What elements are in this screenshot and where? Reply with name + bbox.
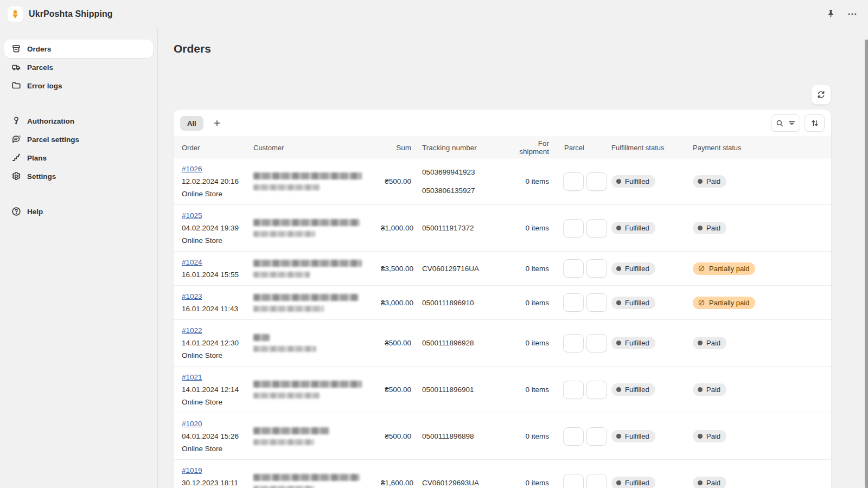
filter-icon bbox=[788, 119, 796, 127]
app-logo[interactable] bbox=[8, 7, 23, 22]
expand-customer-button[interactable] bbox=[368, 301, 370, 304]
create-parcel-button[interactable] bbox=[586, 334, 607, 352]
expand-customer-button[interactable] bbox=[368, 482, 370, 484]
tracking-number: 0500111896898 bbox=[422, 431, 517, 442]
order-link[interactable]: #1021 bbox=[182, 373, 202, 381]
expand-customer-button[interactable] bbox=[368, 435, 370, 438]
more-menu-icon[interactable] bbox=[847, 9, 857, 19]
payment-status-label: Partially paid bbox=[709, 265, 749, 273]
expand-customer-button[interactable] bbox=[368, 181, 370, 183]
sidebar-item-label: Error logs bbox=[27, 82, 62, 90]
customer-cell bbox=[252, 376, 358, 403]
order-link[interactable]: #1022 bbox=[182, 326, 202, 335]
print-button[interactable] bbox=[563, 474, 584, 488]
fulfillment-status-label: Fulfilled bbox=[625, 265, 649, 273]
order-link[interactable]: #1020 bbox=[182, 420, 202, 428]
status-dot-icon bbox=[698, 387, 703, 392]
fulfillment-status-badge: Fulfilled bbox=[611, 477, 655, 488]
payment-cell: Paid bbox=[686, 426, 831, 447]
order-channel: Online Store bbox=[182, 188, 251, 200]
print-button[interactable] bbox=[563, 259, 584, 278]
sort-button[interactable] bbox=[805, 114, 825, 132]
add-view-button[interactable] bbox=[209, 115, 225, 131]
order-link[interactable]: #1019 bbox=[182, 466, 202, 474]
sidebar-item-authorization[interactable]: Authorization bbox=[4, 112, 153, 130]
partially-paid-icon bbox=[698, 265, 705, 272]
print-button[interactable] bbox=[563, 293, 584, 312]
fulfillment-status-badge: Fulfilled bbox=[611, 262, 655, 275]
order-row: #1021 14.01.2024 12:14 Online Store ₴500… bbox=[174, 367, 831, 413]
order-channel: Online Store bbox=[182, 349, 251, 362]
search-filter-button[interactable] bbox=[771, 114, 800, 132]
customer-expand-cell bbox=[358, 223, 380, 234]
customer-cell bbox=[252, 168, 358, 195]
tab-all[interactable]: All bbox=[180, 116, 203, 131]
print-button[interactable] bbox=[563, 334, 584, 352]
order-row: #1022 14.01.2024 12:30 Online Store ₴500… bbox=[174, 320, 831, 367]
order-link[interactable]: #1023 bbox=[182, 292, 202, 300]
sidebar-item-settings[interactable]: Settings bbox=[4, 167, 153, 185]
fulfillment-status-badge: Fulfilled bbox=[611, 175, 655, 188]
sidebar-item-help[interactable]: Help bbox=[4, 202, 153, 221]
order-link[interactable]: #1026 bbox=[182, 165, 202, 173]
payment-status-label: Paid bbox=[706, 177, 720, 185]
tracking-number: 0503806135927 bbox=[422, 185, 517, 196]
create-parcel-button[interactable] bbox=[586, 172, 607, 191]
order-channel: Online Store bbox=[182, 396, 251, 408]
sidebar-item-orders[interactable]: Orders bbox=[4, 40, 153, 58]
customer-cell bbox=[252, 423, 358, 450]
column-header-order: Order bbox=[174, 142, 252, 154]
sidebar-item-error-logs[interactable]: Error logs bbox=[4, 76, 153, 95]
fulfillment-cell: Fulfilled bbox=[610, 217, 686, 239]
expand-customer-button[interactable] bbox=[368, 227, 370, 229]
expand-customer-button[interactable] bbox=[368, 342, 370, 344]
card-toolbar: All bbox=[174, 110, 831, 137]
payment-cell: Paid bbox=[686, 472, 831, 488]
order-link[interactable]: #1024 bbox=[182, 258, 202, 266]
fulfillment-cell: Fulfilled bbox=[610, 171, 686, 192]
column-header-sum: Sum bbox=[380, 144, 412, 152]
order-cell: #1024 16.01.2024 15:55 bbox=[174, 252, 252, 285]
customer-expand-cell bbox=[358, 338, 380, 349]
print-button[interactable] bbox=[563, 172, 584, 191]
pin-icon[interactable] bbox=[826, 9, 835, 18]
payment-status-label: Partially paid bbox=[709, 299, 749, 307]
sidebar-item-plans[interactable]: Plans bbox=[4, 149, 153, 167]
sidebar-item-parcels[interactable]: Parcels bbox=[4, 58, 153, 76]
for-shipment-count: 0 items bbox=[518, 428, 553, 445]
order-cell: #1025 04.02.2024 19:39 Online Store bbox=[174, 205, 252, 251]
sidebar-item-label: Orders bbox=[27, 45, 51, 53]
app-title: UkrPoshta Shipping bbox=[29, 9, 113, 19]
table-body: #1026 12.02.2024 20:16 Online Store ₴500… bbox=[174, 158, 831, 488]
create-parcel-button[interactable] bbox=[586, 259, 607, 278]
order-link[interactable]: #1025 bbox=[182, 211, 202, 220]
sidebar-item-parcel-settings[interactable]: Parcel settings bbox=[4, 130, 153, 149]
customer-name-redacted bbox=[253, 219, 360, 226]
order-date: 14.01.2024 12:30 bbox=[182, 337, 251, 349]
vertical-scrollbar[interactable] bbox=[865, 40, 868, 488]
fulfillment-status-label: Fulfilled bbox=[625, 386, 649, 394]
chat-settings-icon bbox=[11, 134, 21, 144]
print-button[interactable] bbox=[563, 219, 584, 237]
print-button[interactable] bbox=[563, 427, 584, 446]
refresh-button[interactable] bbox=[811, 85, 831, 105]
create-parcel-button[interactable] bbox=[586, 219, 607, 237]
status-dot-icon bbox=[616, 226, 621, 230]
stairs-icon bbox=[11, 153, 21, 163]
orders-card: All OrderCustomerSumTracking numberFor s… bbox=[174, 110, 831, 488]
fulfillment-status-badge: Fulfilled bbox=[611, 337, 655, 349]
column-header-tracking-number: Tracking number bbox=[412, 144, 518, 152]
page-title: Orders bbox=[174, 41, 831, 55]
create-parcel-button[interactable] bbox=[586, 474, 607, 488]
create-parcel-button[interactable] bbox=[586, 293, 607, 312]
create-parcel-button[interactable] bbox=[586, 381, 607, 399]
parcel-actions bbox=[553, 255, 610, 282]
tracking-number: 0500111896910 bbox=[422, 297, 517, 309]
expand-customer-button[interactable] bbox=[368, 389, 370, 391]
tracking-numbers: 0500111896910 bbox=[412, 293, 518, 313]
create-parcel-button[interactable] bbox=[586, 427, 607, 446]
expand-customer-button[interactable] bbox=[368, 267, 370, 269]
print-button[interactable] bbox=[563, 381, 584, 399]
fulfillment-status-label: Fulfilled bbox=[625, 224, 649, 232]
order-date: 14.01.2024 12:14 bbox=[182, 383, 251, 396]
